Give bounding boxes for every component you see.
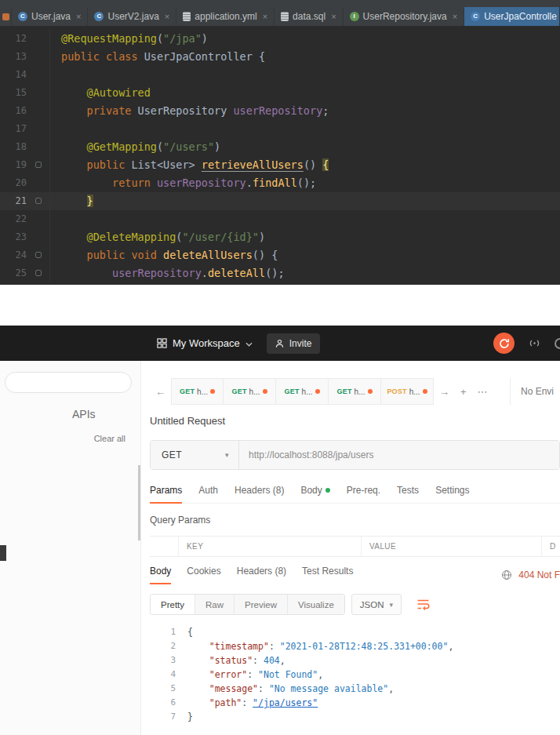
request-title: Untitled Request [150,415,560,427]
json-token: , [318,669,323,680]
response-line: 7} [150,710,560,724]
more-options-icon[interactable]: ⋯ [472,378,493,405]
close-tab-icon[interactable]: × [331,12,336,21]
editor-tab-userv2-java[interactable]: CUserV2.java× [88,7,176,26]
invite-label: Invite [289,338,312,349]
capture-requests-icon[interactable] [528,337,541,350]
fold-marker-icon[interactable] [35,198,42,204]
code-line: 16 private UserRepository userRepository… [0,102,560,120]
code-line: 19 public List<User> retrieveAllUsers() … [0,156,560,174]
yml-file-icon [183,12,191,21]
close-tab-icon[interactable]: × [453,12,457,21]
sidebar-scrollbar-thumb[interactable] [138,465,140,540]
gutter-fold-area [27,138,50,156]
json-token: , [280,655,285,666]
ide-title-strip [0,0,560,7]
json-token: "timestamp" [209,641,269,652]
request-tab-4[interactable]: GETh... [329,378,381,405]
fold-marker-icon[interactable] [35,252,42,258]
intellij-window: CUser.java×CUserV2.java×application.yml×… [0,0,560,285]
response-line-text: "error": "Not Found", [176,668,323,682]
request-section-tab-auth[interactable]: Auth [198,485,218,503]
json-token: 404 [264,655,280,666]
request-section-tab-body[interactable]: Body [300,485,329,503]
environment-selector[interactable]: No Envi [510,378,560,405]
json-token: : [247,669,258,680]
ide-editor[interactable]: 12@RequestMapping("/jpa")13public class … [0,27,560,285]
format-select[interactable]: JSON ▾ [351,594,402,615]
editor-tab-application-yml[interactable]: application.yml× [176,7,275,26]
code-token: @Autowired [87,86,151,99]
response-tabs: BodyCookiesHeaders (8)Test Results [150,566,353,584]
code-token: List<User> [131,158,201,171]
unsaved-dot-icon [263,389,267,394]
code-text: @GetMapping("/users") [50,138,220,156]
code-token: userRepository [157,176,246,189]
editor-tab-user-java[interactable]: CUser.java× [12,7,88,26]
json-token: , [388,683,394,694]
code-text: public void deleteAllUsers() { [50,246,278,264]
scroll-right-icon[interactable]: → [434,378,455,405]
unsaved-dot-icon [315,389,320,394]
editor-tab-userrepository-java[interactable]: IUserRepository.java× [344,7,465,26]
code-token: public void [87,249,164,261]
fold-marker-icon[interactable] [35,162,42,168]
code-token: @DeleteMapping [87,231,176,243]
request-tab-title: h... [249,388,260,396]
view-pretty[interactable]: Pretty [151,595,195,614]
request-tab-1[interactable]: GETh... [171,378,224,405]
response-section-tab-cookies[interactable]: Cookies [187,566,220,584]
scroll-left-icon[interactable]: ← [150,378,171,405]
response-section-tab-body[interactable]: Body [150,566,171,584]
json-token: "No message available" [269,683,388,694]
editor-tab-data-sql[interactable]: data.sql× [275,7,343,26]
json-token: "/jpa/users" [253,697,318,708]
add-tab-icon[interactable]: + [455,378,472,405]
request-section-tab-tests[interactable]: Tests [397,485,419,503]
close-tab-icon[interactable]: × [76,12,81,21]
response-line-text: "message": "No message available", [176,682,394,696]
request-section-tab-headers-8[interactable]: Headers (8) [235,485,284,503]
wrap-text-icon[interactable] [416,599,430,610]
response-section-tab-headers-8[interactable]: Headers (8) [237,566,286,584]
request-tab-3[interactable]: GETh... [276,378,329,405]
gutter-fold-area [27,30,50,48]
url-input[interactable]: http://localhost:8088/jpa/users [239,441,559,469]
desktop-gap [0,285,560,326]
response-view-toggle: PrettyRawPreviewVisualize [150,594,345,615]
request-section-tab-settings[interactable]: Settings [435,485,469,503]
gutter-fold-area [27,192,50,210]
request-tab-2[interactable]: GETh... [224,378,276,405]
invite-button[interactable]: Invite [267,333,321,354]
response-line-text: "path": "/jpa/users" [176,696,318,710]
line-number: 25 [0,264,27,282]
response-body-code[interactable]: 1{2 "timestamp": "2021-01-28T12:48:25.33… [150,625,560,724]
tab-label: UserV2.java [107,11,158,22]
param-select-column[interactable] [150,537,179,556]
workspace-switcher[interactable]: My Workspace [157,337,253,349]
request-tab-5[interactable]: POSTh... [381,378,434,405]
view-visualize[interactable]: Visualize [288,595,344,614]
request-tab-title: h... [302,388,313,396]
editor-tab-partial[interactable] [0,7,12,26]
response-section-tab-test-results[interactable]: Test Results [302,566,353,584]
method-select[interactable]: GET ▾ [151,441,239,469]
method-label: GET [336,388,351,395]
editor-tab-userjpacontrolle[interactable]: CUserJpaControlle× [464,7,560,26]
code-token: return [112,176,157,189]
code-line: 15 @Autowired [0,84,560,102]
sidebar-tab-apis[interactable]: APIs [72,408,140,420]
code-token: @GetMapping [87,140,157,153]
sidebar-search-input[interactable] [5,372,132,393]
sync-button[interactable] [493,333,515,354]
invite-person-icon [275,339,285,348]
request-section-tab-pre-req[interactable]: Pre-req. [347,485,380,503]
view-raw[interactable]: Raw [195,595,235,614]
close-tab-icon[interactable]: × [263,12,267,21]
postman-header: My Workspace Invite [0,326,560,361]
view-preview[interactable]: Preview [235,595,288,614]
request-section-tab-params[interactable]: Params [150,485,182,503]
clear-all-link[interactable]: Clear all [0,434,140,443]
close-tab-icon[interactable]: × [165,12,169,21]
fold-marker-icon[interactable] [35,270,42,276]
